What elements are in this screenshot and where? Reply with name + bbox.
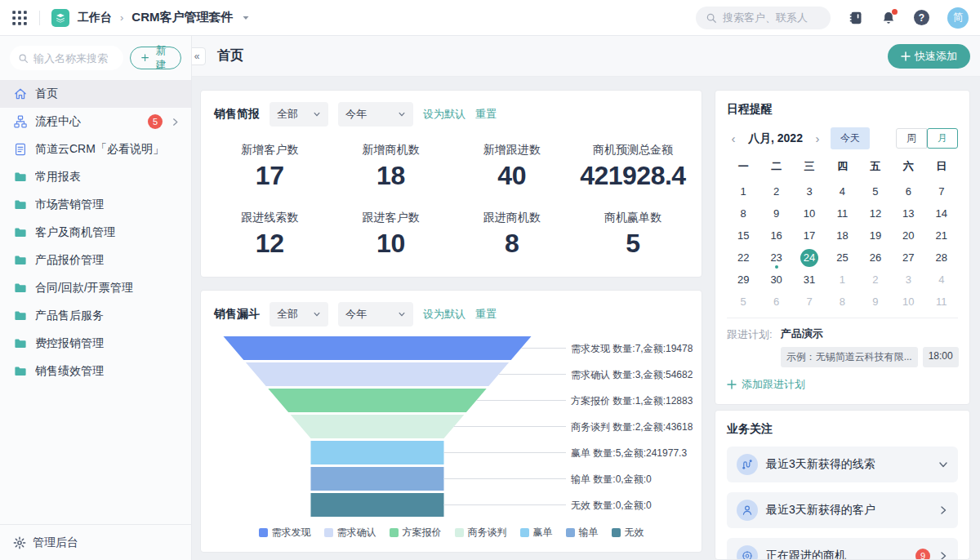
new-button[interactable]: 新建	[130, 47, 181, 69]
focus-row-1[interactable]: 最近3天新获得的客户	[727, 492, 958, 528]
calendar-day-10[interactable]: 10	[793, 202, 826, 224]
calendar-day-7[interactable]: 7	[925, 180, 958, 202]
calendar-day-8[interactable]: 8	[826, 291, 858, 313]
sidebar-search-input[interactable]	[33, 52, 115, 64]
sidebar-item-9[interactable]: 费控报销管理	[0, 330, 191, 358]
brief-reset-link[interactable]: 重置	[475, 107, 497, 122]
today-button[interactable]: 今天	[831, 127, 870, 149]
calendar-day-5[interactable]: 5	[859, 180, 892, 202]
brief-set-default-link[interactable]: 设为默认	[423, 107, 466, 122]
avatar[interactable]: 简	[947, 7, 969, 29]
sidebar-item-3[interactable]: 常用报表	[0, 163, 191, 191]
collapse-sidebar-icon[interactable]: «	[192, 47, 206, 65]
month-toggle-button[interactable]: 月	[927, 128, 958, 149]
calendar-day-2[interactable]: 2	[859, 269, 892, 291]
brief-period-select[interactable]: 今年	[338, 102, 413, 127]
sidebar-item-4[interactable]: 市场营销管理	[0, 191, 191, 219]
brief-scope-select[interactable]: 全部	[270, 102, 328, 127]
plan-company-chip[interactable]: 示例：无锡简道云科技有限...	[781, 347, 918, 367]
quick-add-button[interactable]: 快速添加	[888, 44, 970, 69]
prev-month-icon[interactable]: ‹	[727, 131, 740, 145]
sidebar-item-label: 费控报销管理	[35, 336, 180, 351]
week-toggle-button[interactable]: 周	[896, 128, 927, 149]
calendar-day-11[interactable]: 11	[826, 202, 858, 224]
sidebar-item-8[interactable]: 产品售后服务	[0, 302, 191, 330]
chevron-down-icon[interactable]	[938, 460, 948, 469]
calendar-day-4[interactable]: 4	[925, 269, 958, 291]
focus-row-0[interactable]: 最近3天新获得的线索	[727, 447, 958, 482]
calendar-day-1[interactable]: 1	[727, 180, 760, 202]
admin-backend-button[interactable]: 管理后台	[0, 524, 191, 560]
calendar-day-29[interactable]: 29	[727, 269, 760, 291]
calendar-day-14[interactable]: 14	[925, 202, 958, 224]
calendar-day-8[interactable]: 8	[727, 202, 760, 224]
layers-logo-icon[interactable]	[51, 9, 69, 27]
calendar-day-17[interactable]: 17	[793, 224, 826, 247]
sidebar-item-0[interactable]: 首页	[0, 80, 191, 108]
sidebar-item-2[interactable]: 简道云CRM「必看说明」	[0, 136, 191, 163]
sidebar-item-7[interactable]: 合同/回款/开票管理	[0, 274, 191, 302]
funnel-set-default-link[interactable]: 设为默认	[423, 307, 466, 322]
calendar-day-6[interactable]: 6	[760, 291, 792, 313]
calendar-day-5[interactable]: 5	[727, 291, 760, 313]
calendar-day-3[interactable]: 3	[892, 269, 924, 291]
chevron-right-icon[interactable]	[938, 505, 948, 515]
calendar-day-16[interactable]: 16	[760, 224, 792, 247]
calendar-day-31[interactable]: 31	[793, 269, 826, 291]
plan-title[interactable]: 产品演示	[781, 327, 959, 341]
calendar-day-30[interactable]: 30	[760, 269, 792, 291]
calendar-day-9[interactable]: 9	[760, 202, 792, 224]
calendar-day-6[interactable]: 6	[892, 180, 924, 202]
sidebar-item-10[interactable]: 销售绩效管理	[0, 358, 191, 385]
calendar-day-1[interactable]: 1	[826, 269, 858, 291]
calendar-day-27[interactable]: 27	[892, 247, 924, 269]
next-month-icon[interactable]: ›	[811, 131, 824, 145]
calendar-day-7[interactable]: 7	[793, 291, 826, 313]
sidebar-item-6[interactable]: 产品报价管理	[0, 247, 191, 274]
calendar-day-13[interactable]: 13	[892, 202, 924, 224]
chevron-right-icon[interactable]	[171, 118, 180, 127]
funnel-stage-label: 无效 数量:0,金额:0	[571, 500, 652, 511]
funnel-stage-label: 商务谈判 数量:2,金额:43618.5	[571, 421, 693, 433]
calendar-day-2[interactable]: 2	[760, 180, 792, 202]
calendar-day-10[interactable]: 10	[892, 291, 924, 313]
calendar-day-9[interactable]: 9	[859, 291, 892, 313]
add-plan-link[interactable]: 添加跟进计划	[727, 377, 958, 392]
contacts-book-icon[interactable]	[849, 11, 863, 25]
calendar-day-3[interactable]: 3	[793, 180, 826, 202]
calendar-day-19[interactable]: 19	[859, 224, 892, 247]
global-search-input[interactable]	[723, 11, 817, 24]
focus-row-2[interactable]: 正在跟进的商机9	[727, 538, 958, 560]
sidebar-search[interactable]	[10, 46, 123, 70]
weekday-header: 六	[892, 159, 924, 180]
calendar-day-11[interactable]: 11	[925, 291, 958, 313]
help-icon[interactable]: ?	[914, 10, 929, 25]
calendar-day-21[interactable]: 21	[925, 224, 958, 247]
calendar-day-22[interactable]: 22	[727, 247, 760, 269]
calendar-day-15[interactable]: 15	[727, 224, 760, 247]
person-icon	[737, 500, 758, 521]
calendar-day-20[interactable]: 20	[892, 224, 924, 247]
calendar-day-4[interactable]: 4	[826, 180, 858, 202]
calendar-day-18[interactable]: 18	[826, 224, 858, 247]
calendar-day-28[interactable]: 28	[925, 247, 958, 269]
calendar-day-26[interactable]: 26	[859, 247, 892, 269]
funnel-period-select[interactable]: 今年	[338, 302, 413, 327]
workspace-label[interactable]: 工作台	[78, 11, 112, 25]
breadcrumb[interactable]: CRM客户管理套件	[131, 10, 233, 25]
sidebar-item-1[interactable]: 流程中心5	[0, 108, 191, 136]
calendar-day-24-selected[interactable]: 24	[793, 247, 826, 269]
funnel-scope-select[interactable]: 全部	[270, 302, 328, 327]
app-grid-icon[interactable]	[11, 10, 28, 26]
global-search[interactable]	[696, 7, 831, 29]
funnel-reset-link[interactable]: 重置	[475, 307, 497, 322]
breadcrumb-separator: ›	[120, 11, 123, 24]
sidebar-item-5[interactable]: 客户及商机管理	[0, 219, 191, 247]
calendar-day-25[interactable]: 25	[826, 247, 858, 269]
chevron-down-icon[interactable]	[242, 14, 250, 22]
chevron-right-icon[interactable]	[938, 551, 948, 560]
bell-icon[interactable]	[881, 11, 896, 25]
calendar-day-12[interactable]: 12	[859, 202, 892, 224]
calendar-day-23[interactable]: 23	[760, 247, 792, 269]
legend-swatch	[390, 528, 399, 537]
